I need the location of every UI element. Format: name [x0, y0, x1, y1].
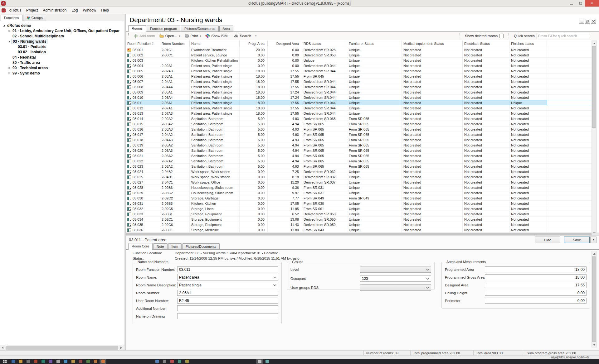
input-room-function-number[interactable]	[177, 266, 278, 272]
show-bim-button[interactable]: Show BIM	[203, 33, 230, 39]
mdi-close-button[interactable]	[591, 19, 596, 24]
combo-user-groups-rds[interactable]	[360, 284, 431, 291]
scroll-down-arrow-icon[interactable]	[592, 342, 597, 347]
table-row[interactable]: 03.0082-04A4Patient area, Patient single…	[126, 84, 592, 89]
taskbar-icon[interactable]	[62, 359, 69, 364]
table-row[interactable]: 03.0172-04A2Sanitation, Bathroom5.004.93…	[126, 132, 592, 137]
table-row[interactable]: 03.0352-02C6Storage, Equipment0.0011.43D…	[126, 222, 592, 227]
expander-collapsed-icon[interactable]	[7, 66, 12, 69]
table-row[interactable]: 03.0202-05A3Sanitation, Bathroom5.004.94…	[126, 148, 592, 153]
scrollbar-thumb[interactable]	[592, 256, 596, 342]
sidebar-item-03-01-pediatric[interactable]: 03.01 - Pediatric	[0, 44, 124, 49]
table-row[interactable]: 03.0122-07A1Patient area, Patient single…	[126, 105, 592, 111]
menu-administration[interactable]: Administration	[40, 7, 69, 13]
column-header-rds-status[interactable]: RDS status	[302, 41, 347, 47]
column-header-prog-area[interactable]: Prog. Area	[240, 41, 268, 47]
table-row[interactable]: 03.0302-02C2Storage, Garbage0.007.77From…	[126, 195, 592, 201]
quick-search-input[interactable]	[537, 33, 590, 39]
table-row[interactable]: 03.0312-06B3Kitchen, Kitchen0.0017.05Fro…	[126, 201, 592, 206]
table-row[interactable]: 03.0132-07A3Patient area, Patient single…	[126, 111, 592, 116]
combo-occupant[interactable]: 123	[360, 275, 431, 282]
sidebar-item-02-school-multidisciplinary[interactable]: 02 - School, Multidisciplinary	[0, 33, 124, 39]
scroll-up-arrow-icon[interactable]	[592, 251, 597, 256]
taskbar-icon[interactable]	[264, 359, 270, 364]
sidebar-tab-groups[interactable]: Groups	[23, 15, 46, 21]
column-header-finishes-status[interactable]: Finishes status	[509, 41, 547, 47]
table-row[interactable]: 03.0332-03B1Storage, Equipment0.006.52De…	[126, 211, 592, 217]
combo-room-name-description[interactable]: Patient single	[177, 282, 278, 288]
input-perimeter[interactable]	[485, 298, 587, 304]
table-row[interactable]: 03.003Kitchen, Kitchen Rehabilitation0.0…	[126, 58, 592, 63]
input-name-on-drawing[interactable]	[177, 313, 278, 319]
taskbar-icon[interactable]	[32, 359, 39, 364]
table-row[interactable]: 03.0022-08C1Patient service, Lounge0.000…	[126, 52, 592, 58]
column-header-designed-area[interactable]: Designed Area	[268, 41, 302, 47]
sidebar-item-03-nursing-wards[interactable]: 03 - Nursing wards	[0, 39, 124, 44]
detail-vertical-scrollbar[interactable]	[592, 251, 597, 347]
table-row[interactable]: 03.0342-02C1Storage, Equipment0.0013.08D…	[126, 217, 592, 222]
close-button[interactable]: ×	[585, 0, 599, 7]
table-row[interactable]: 03.0012-01C1Examination Treatment20.000.…	[126, 47, 592, 52]
detail-tab-room-core[interactable]: Room Core	[128, 243, 153, 250]
taskbar-icon[interactable]	[176, 359, 183, 364]
table-row[interactable]: 03.0052-02A3Patient area, Patient single…	[126, 68, 592, 74]
taskbar-icon[interactable]	[17, 359, 24, 364]
taskbar-icon[interactable]	[25, 359, 32, 364]
scroll-up-arrow-icon[interactable]	[592, 41, 597, 46]
sidebar-item-90-technical-areas[interactable]: 90 - Technical areas	[0, 65, 124, 70]
table-row[interactable]: 03.0322-02C5Storage, Linen0.0011.95From …	[126, 206, 592, 211]
show-deleted-checkbox[interactable]	[499, 34, 504, 38]
sidebar-tab-functions[interactable]: Functions	[1, 15, 22, 21]
scroll-right-arrow-icon[interactable]	[119, 345, 124, 351]
taskbar-icon[interactable]	[47, 359, 54, 364]
taskbar-icon[interactable]	[153, 359, 160, 364]
sidebar-item-04-neonatal[interactable]: 04 - Neonatal	[0, 55, 124, 60]
tab-area[interactable]: Area	[219, 26, 233, 31]
input-programmed-area[interactable]	[485, 266, 587, 272]
expander-expanded-icon[interactable]	[2, 24, 6, 27]
taskbar-icon[interactable]	[77, 359, 84, 364]
tab-rooms[interactable]: Rooms	[128, 25, 146, 32]
mdi-restore-button[interactable]	[585, 19, 590, 24]
taskbar-icon[interactable]	[100, 359, 106, 364]
detail-tab-note[interactable]: Note	[153, 243, 167, 249]
combo-room-name[interactable]: Patient area	[177, 274, 278, 280]
taskbar-icon[interactable]	[10, 359, 17, 364]
input-ceiling-height[interactable]	[485, 290, 587, 296]
search-button[interactable]: Search▾	[232, 33, 259, 39]
table-row[interactable]: 03.0042-02A1Patient area, Patient single…	[126, 63, 592, 68]
column-header-electrical-status[interactable]: Electrical: Status	[463, 41, 509, 47]
detail-tab-pictures-documents[interactable]: Pictures/Documents	[182, 243, 220, 249]
detail-tab-item[interactable]: Item	[168, 243, 182, 249]
menu-window[interactable]: Window	[80, 7, 99, 13]
table-row[interactable]: 03.0192-05A2Sanitation, Bathroom5.004.94…	[126, 142, 592, 148]
expander-collapsed-icon[interactable]	[7, 72, 12, 75]
input-room-number[interactable]	[177, 290, 278, 296]
input-programmed-gross-area[interactable]	[485, 274, 587, 280]
table-row[interactable]: 03.0252-04D1Work space, Work station0.00…	[126, 174, 592, 180]
table-row[interactable]: 03.0282-02B3Housekeeping, Sluice room0.0…	[126, 185, 592, 190]
taskbar-icon[interactable]	[70, 359, 76, 364]
scrollbar-thumb[interactable]	[6, 346, 118, 350]
tab-function-program[interactable]: Function program	[147, 26, 180, 31]
table-row[interactable]: 03.0152-03A2Sanitation, Bathroom5.004.94…	[126, 121, 592, 127]
table-row[interactable]: 03.0232-08A2Sanitation, Bathroom5.004.93…	[126, 164, 592, 169]
maximize-button[interactable]	[576, 0, 585, 7]
scroll-left-arrow-icon[interactable]	[0, 345, 5, 351]
taskbar-icon[interactable]	[92, 359, 99, 364]
column-header-medical-equipment-status[interactable]: Medical equipment: Status	[402, 41, 463, 47]
table-vertical-scrollbar[interactable]	[592, 41, 597, 236]
table-row[interactable]: 03.0162-03A3Sanitation, Bathroom5.004.93…	[126, 127, 592, 132]
open-button[interactable]: Open...▾	[157, 33, 183, 39]
menu-help[interactable]: Help	[99, 7, 111, 13]
column-header-room-number[interactable]: Room Number:	[160, 41, 190, 47]
taskbar-icon[interactable]	[85, 359, 91, 364]
menu-log[interactable]: Log	[69, 7, 80, 13]
table-row[interactable]: 03.0362-03C1Storage, Medicine0.0011.80Fr…	[126, 227, 592, 232]
table-row[interactable]: 03.0072-04A1Patient area, Patient single…	[126, 79, 592, 84]
column-header-room-function[interactable]: Room Function #:	[126, 41, 160, 47]
taskbar-icon[interactable]	[55, 359, 61, 364]
sidebar-item-01-lobby-ambulatory-care-unit-[interactable]: 01 - Lobby, Ambulatory Care Unit, Office…	[0, 28, 124, 33]
sidebar-horizontal-scrollbar[interactable]	[0, 345, 124, 350]
add-room-button[interactable]: Add room	[132, 33, 157, 39]
